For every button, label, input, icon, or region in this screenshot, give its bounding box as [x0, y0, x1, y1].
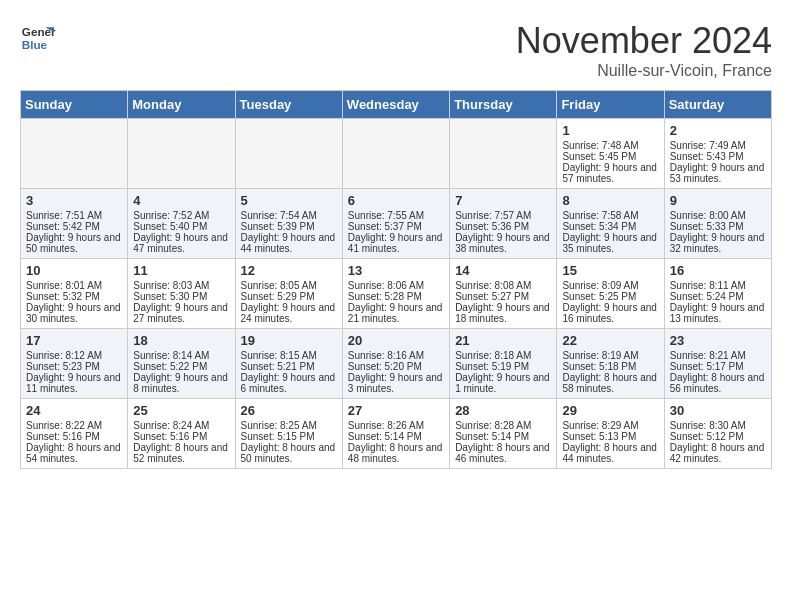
day-info: Sunrise: 8:26 AM	[348, 420, 444, 431]
day-info: Sunrise: 8:28 AM	[455, 420, 551, 431]
day-info: Sunrise: 8:05 AM	[241, 280, 337, 291]
calendar-cell: 21Sunrise: 8:18 AMSunset: 5:19 PMDayligh…	[450, 329, 557, 399]
day-info: Sunset: 5:45 PM	[562, 151, 658, 162]
day-info: Sunrise: 8:00 AM	[670, 210, 766, 221]
day-number: 24	[26, 403, 122, 418]
dow-header: Friday	[557, 91, 664, 119]
day-info: Daylight: 8 hours and 44 minutes.	[562, 442, 658, 464]
day-info: Sunset: 5:37 PM	[348, 221, 444, 232]
calendar-week: 17Sunrise: 8:12 AMSunset: 5:23 PMDayligh…	[21, 329, 772, 399]
day-info: Sunrise: 8:11 AM	[670, 280, 766, 291]
calendar-cell	[450, 119, 557, 189]
day-info: Daylight: 9 hours and 11 minutes.	[26, 372, 122, 394]
calendar-week: 3Sunrise: 7:51 AMSunset: 5:42 PMDaylight…	[21, 189, 772, 259]
day-info: Sunset: 5:25 PM	[562, 291, 658, 302]
day-info: Sunset: 5:19 PM	[455, 361, 551, 372]
day-info: Sunset: 5:14 PM	[348, 431, 444, 442]
day-info: Daylight: 8 hours and 42 minutes.	[670, 442, 766, 464]
calendar-cell: 25Sunrise: 8:24 AMSunset: 5:16 PMDayligh…	[128, 399, 235, 469]
day-info: Sunrise: 8:22 AM	[26, 420, 122, 431]
calendar-cell: 20Sunrise: 8:16 AMSunset: 5:20 PMDayligh…	[342, 329, 449, 399]
day-info: Daylight: 9 hours and 3 minutes.	[348, 372, 444, 394]
day-info: Daylight: 9 hours and 6 minutes.	[241, 372, 337, 394]
day-info: Sunset: 5:42 PM	[26, 221, 122, 232]
day-info: Sunset: 5:27 PM	[455, 291, 551, 302]
day-number: 16	[670, 263, 766, 278]
day-number: 5	[241, 193, 337, 208]
day-info: Daylight: 8 hours and 56 minutes.	[670, 372, 766, 394]
calendar-body: 1Sunrise: 7:48 AMSunset: 5:45 PMDaylight…	[21, 119, 772, 469]
day-info: Daylight: 9 hours and 1 minute.	[455, 372, 551, 394]
day-info: Sunset: 5:28 PM	[348, 291, 444, 302]
day-info: Daylight: 9 hours and 16 minutes.	[562, 302, 658, 324]
calendar-cell: 16Sunrise: 8:11 AMSunset: 5:24 PMDayligh…	[664, 259, 771, 329]
calendar-cell: 24Sunrise: 8:22 AMSunset: 5:16 PMDayligh…	[21, 399, 128, 469]
day-info: Daylight: 9 hours and 8 minutes.	[133, 372, 229, 394]
day-info: Sunset: 5:13 PM	[562, 431, 658, 442]
day-info: Sunset: 5:21 PM	[241, 361, 337, 372]
day-info: Daylight: 9 hours and 47 minutes.	[133, 232, 229, 254]
day-info: Daylight: 9 hours and 30 minutes.	[26, 302, 122, 324]
day-info: Sunrise: 8:15 AM	[241, 350, 337, 361]
day-info: Sunrise: 8:14 AM	[133, 350, 229, 361]
day-info: Sunset: 5:36 PM	[455, 221, 551, 232]
day-number: 21	[455, 333, 551, 348]
day-number: 22	[562, 333, 658, 348]
calendar-table: SundayMondayTuesdayWednesdayThursdayFrid…	[20, 90, 772, 469]
day-number: 11	[133, 263, 229, 278]
day-number: 10	[26, 263, 122, 278]
calendar-week: 24Sunrise: 8:22 AMSunset: 5:16 PMDayligh…	[21, 399, 772, 469]
day-info: Sunset: 5:40 PM	[133, 221, 229, 232]
day-info: Sunrise: 8:24 AM	[133, 420, 229, 431]
day-info: Sunrise: 8:16 AM	[348, 350, 444, 361]
day-info: Sunrise: 7:51 AM	[26, 210, 122, 221]
day-info: Sunset: 5:17 PM	[670, 361, 766, 372]
day-info: Sunrise: 7:58 AM	[562, 210, 658, 221]
day-info: Sunset: 5:24 PM	[670, 291, 766, 302]
day-number: 27	[348, 403, 444, 418]
day-number: 26	[241, 403, 337, 418]
calendar-cell: 9Sunrise: 8:00 AMSunset: 5:33 PMDaylight…	[664, 189, 771, 259]
calendar-cell: 26Sunrise: 8:25 AMSunset: 5:15 PMDayligh…	[235, 399, 342, 469]
day-info: Sunrise: 7:48 AM	[562, 140, 658, 151]
calendar-cell: 12Sunrise: 8:05 AMSunset: 5:29 PMDayligh…	[235, 259, 342, 329]
calendar-cell: 7Sunrise: 7:57 AMSunset: 5:36 PMDaylight…	[450, 189, 557, 259]
day-info: Sunset: 5:29 PM	[241, 291, 337, 302]
calendar-cell: 18Sunrise: 8:14 AMSunset: 5:22 PMDayligh…	[128, 329, 235, 399]
day-info: Sunrise: 8:03 AM	[133, 280, 229, 291]
day-info: Sunset: 5:14 PM	[455, 431, 551, 442]
day-info: Sunset: 5:34 PM	[562, 221, 658, 232]
calendar-week: 1Sunrise: 7:48 AMSunset: 5:45 PMDaylight…	[21, 119, 772, 189]
day-number: 15	[562, 263, 658, 278]
day-info: Sunset: 5:20 PM	[348, 361, 444, 372]
calendar-cell: 4Sunrise: 7:52 AMSunset: 5:40 PMDaylight…	[128, 189, 235, 259]
day-info: Daylight: 9 hours and 44 minutes.	[241, 232, 337, 254]
day-info: Sunrise: 8:09 AM	[562, 280, 658, 291]
day-info: Daylight: 8 hours and 48 minutes.	[348, 442, 444, 464]
day-info: Daylight: 8 hours and 54 minutes.	[26, 442, 122, 464]
day-info: Daylight: 9 hours and 41 minutes.	[348, 232, 444, 254]
day-info: Daylight: 8 hours and 50 minutes.	[241, 442, 337, 464]
day-number: 4	[133, 193, 229, 208]
calendar-cell	[21, 119, 128, 189]
dow-header: Wednesday	[342, 91, 449, 119]
day-number: 28	[455, 403, 551, 418]
dow-header: Tuesday	[235, 91, 342, 119]
calendar-cell: 5Sunrise: 7:54 AMSunset: 5:39 PMDaylight…	[235, 189, 342, 259]
calendar-cell: 30Sunrise: 8:30 AMSunset: 5:12 PMDayligh…	[664, 399, 771, 469]
day-info: Daylight: 9 hours and 38 minutes.	[455, 232, 551, 254]
day-info: Sunset: 5:33 PM	[670, 221, 766, 232]
calendar-cell: 17Sunrise: 8:12 AMSunset: 5:23 PMDayligh…	[21, 329, 128, 399]
day-number: 23	[670, 333, 766, 348]
calendar-cell: 27Sunrise: 8:26 AMSunset: 5:14 PMDayligh…	[342, 399, 449, 469]
day-number: 19	[241, 333, 337, 348]
day-info: Sunrise: 8:30 AM	[670, 420, 766, 431]
day-number: 3	[26, 193, 122, 208]
day-info: Sunset: 5:15 PM	[241, 431, 337, 442]
day-number: 18	[133, 333, 229, 348]
day-number: 7	[455, 193, 551, 208]
day-info: Sunset: 5:18 PM	[562, 361, 658, 372]
logo: General Blue	[20, 20, 56, 56]
day-info: Sunrise: 7:57 AM	[455, 210, 551, 221]
day-info: Sunrise: 8:06 AM	[348, 280, 444, 291]
